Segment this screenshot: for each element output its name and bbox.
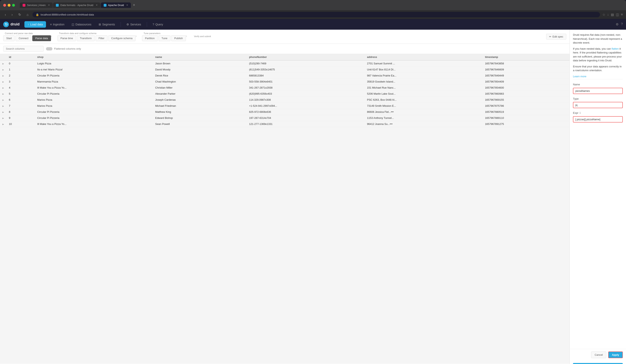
table-row[interactable]: ▶ 6 Marios Pizza Joseph Cardenas 114.329… bbox=[0, 97, 570, 103]
nav-item-ingestion[interactable]: ≡ Ingestion bbox=[47, 21, 68, 28]
table-row[interactable]: ▶ 7 Marios Pizza Michael Friedman +1-524… bbox=[0, 103, 570, 109]
row-expand[interactable]: ▶ bbox=[0, 85, 6, 91]
table-row[interactable]: ▶ 0 Luigis Pizza Jason Brown (510)290-74… bbox=[0, 60, 570, 67]
download-icon[interactable]: ↓ bbox=[607, 13, 609, 17]
step-start[interactable]: Start bbox=[3, 35, 15, 41]
flattened-toggle[interactable] bbox=[46, 47, 52, 50]
browser-tab-3[interactable]: Apache Druid ✕ bbox=[101, 2, 131, 8]
datasources-icon: ◫ bbox=[72, 23, 74, 26]
learn-more-link[interactable]: Learn more bbox=[573, 75, 586, 78]
address-input[interactable]: 🔒 localhost:8888/unified-console.html#lo… bbox=[33, 12, 600, 17]
nav-item-segments[interactable]: ⊞ Segments bbox=[95, 21, 118, 28]
name-input[interactable] bbox=[573, 88, 623, 94]
settings-icon[interactable]: ⚙ bbox=[616, 22, 619, 26]
reload-button[interactable]: ↻ bbox=[17, 12, 23, 17]
step-separator-3: › bbox=[186, 34, 193, 39]
next-button[interactable]: Next: Parse time → bbox=[573, 363, 623, 364]
step-group-transform: Transform data and configure schema Pars… bbox=[57, 32, 136, 41]
step-configure-schema[interactable]: Configure schema bbox=[108, 35, 136, 41]
table-row[interactable]: ▶ 8 Circular Pi Pizzeria Matthew King 82… bbox=[0, 109, 570, 115]
step-parse-time[interactable]: Parse time bbox=[57, 35, 76, 41]
step-parse-data[interactable]: Parse data bbox=[32, 35, 51, 41]
browser-tab-2[interactable]: Data formats · Apache Druid ✕ bbox=[53, 2, 100, 8]
cell-id: 6 bbox=[6, 97, 35, 103]
nav-label-datasources: Datasources bbox=[76, 23, 91, 26]
extensions-icon[interactable]: ▤ bbox=[611, 13, 614, 17]
row-expand[interactable]: ▶ bbox=[0, 67, 6, 73]
expr-label: Expr bbox=[573, 111, 578, 115]
table-row[interactable]: ▶ 9 Circular Pi Pizzeria Edward Bishop 1… bbox=[0, 115, 570, 121]
row-expand[interactable]: ▶ bbox=[0, 79, 6, 85]
edit-spec-button[interactable]: ✏ Edit spec bbox=[546, 34, 566, 40]
th-timestamp: timestamp bbox=[483, 54, 570, 60]
minimize-button[interactable] bbox=[8, 4, 10, 7]
step-filter[interactable]: Filter bbox=[96, 35, 108, 41]
step-publish[interactable]: Publish bbox=[171, 35, 186, 41]
nav-label-services: Services bbox=[130, 23, 141, 26]
home-button[interactable]: ⌂ bbox=[25, 12, 30, 17]
row-expand[interactable]: ▶ bbox=[0, 97, 6, 103]
back-button[interactable]: ‹ bbox=[3, 12, 7, 17]
cell-address: 151 Michael Rue Nanc... bbox=[365, 85, 483, 91]
cell-shop: Circular Pi Pizzeria bbox=[35, 115, 153, 121]
nav-item-query[interactable]: ? Query bbox=[150, 21, 166, 28]
nav-item-datasources[interactable]: ◫ Datasources bbox=[68, 21, 95, 28]
step-group-label-tune: Tune parameters bbox=[142, 32, 186, 35]
type-label: Type bbox=[573, 97, 623, 101]
ingestion-icon: ≡ bbox=[50, 23, 52, 26]
data-table: id shop name phoneNumber address timesta… bbox=[0, 54, 570, 127]
tab-close-3[interactable]: ✕ bbox=[126, 4, 128, 6]
row-expand[interactable]: ▶ bbox=[0, 121, 6, 127]
table-row[interactable]: ▶ 3 Mammamia Pizza Chad Washington 503-5… bbox=[0, 79, 570, 85]
maximize-button[interactable] bbox=[12, 4, 15, 7]
browser-titlebar: Services | Aiven ✕ Data formats · Apache… bbox=[0, 0, 626, 10]
cell-phone: (620)995-6356x403 bbox=[247, 91, 365, 97]
row-expand[interactable]: ▶ bbox=[0, 115, 6, 121]
sidebar-icon[interactable]: ◫ bbox=[616, 13, 619, 17]
step-connect[interactable]: Connect bbox=[16, 35, 31, 41]
cell-shop: Marios Pizza bbox=[35, 103, 153, 109]
bookmark-icon[interactable]: ☆ bbox=[602, 13, 605, 17]
search-input[interactable] bbox=[3, 46, 43, 52]
step-group-label-transform: Transform data and configure schema bbox=[57, 32, 136, 35]
row-expand[interactable]: ▶ bbox=[0, 91, 6, 97]
step-tune[interactable]: Tune bbox=[158, 35, 170, 41]
new-tab-button[interactable]: + bbox=[131, 3, 137, 7]
help-icon[interactable]: ? bbox=[621, 22, 623, 26]
tab-close-2[interactable]: ✕ bbox=[96, 4, 98, 6]
cell-name: Jason Brown bbox=[153, 60, 246, 67]
browser-tab-1[interactable]: Services | Aiven ✕ bbox=[20, 2, 53, 8]
close-button[interactable] bbox=[3, 4, 6, 7]
browser-frame: Services | Aiven ✕ Data formats · Apache… bbox=[0, 0, 626, 364]
apply-button[interactable]: Apply bbox=[608, 352, 623, 358]
cell-timestamp: 1657967843858 bbox=[483, 60, 570, 67]
expr-info-icon[interactable]: ℹ bbox=[580, 111, 581, 115]
step-group-label-connect: Connect and parse raw data bbox=[3, 32, 51, 35]
th-address: address bbox=[365, 54, 483, 60]
flatten-link[interactable]: flatten bbox=[612, 47, 619, 50]
step-transform[interactable]: Transform bbox=[77, 35, 95, 41]
cell-phone: 197-287-6314x704 bbox=[247, 115, 365, 121]
type-select[interactable]: jq path bbox=[573, 102, 623, 108]
table-row[interactable]: ▶ 5 Circular Pi Pizzeria Alexander Parke… bbox=[0, 91, 570, 97]
expr-input[interactable] bbox=[573, 116, 623, 122]
row-expand[interactable]: ▶ bbox=[0, 109, 6, 115]
tab-close-1[interactable]: ✕ bbox=[48, 4, 50, 6]
table-row[interactable]: ▶ 10 Ill Make You a Pizza Yo... Sean Pow… bbox=[0, 121, 570, 127]
data-table-wrapper[interactable]: id shop name phoneNumber address timesta… bbox=[0, 54, 570, 364]
table-row[interactable]: ▶ 4 Ill Make You a Pizza Yo... Christian… bbox=[0, 85, 570, 91]
step-group-tune: Tune parameters Partition Tune Publish bbox=[142, 32, 186, 41]
table-row[interactable]: ▶ 1 Its-a me! Mario Pizza! David Moody (… bbox=[0, 67, 570, 73]
cancel-button[interactable]: Cancel bbox=[591, 352, 606, 358]
name-label: Name bbox=[573, 82, 623, 86]
row-expand[interactable]: ▶ bbox=[0, 60, 6, 67]
right-panel: Druid requires flat data (non-nested, no… bbox=[570, 30, 626, 364]
nav-item-load-data[interactable]: ↑ Load data bbox=[24, 21, 46, 28]
forward-button[interactable]: › bbox=[10, 12, 14, 17]
table-row[interactable]: ▶ 2 Circular Pi Pizzeria Derek Rice 6865… bbox=[0, 73, 570, 79]
row-expand[interactable]: ▶ bbox=[0, 73, 6, 79]
nav-item-services[interactable]: ⚙ Services bbox=[123, 21, 144, 28]
menu-icon[interactable]: ≡ bbox=[621, 13, 623, 17]
step-partition[interactable]: Partition bbox=[142, 35, 158, 41]
row-expand[interactable]: ▶ bbox=[0, 103, 6, 109]
